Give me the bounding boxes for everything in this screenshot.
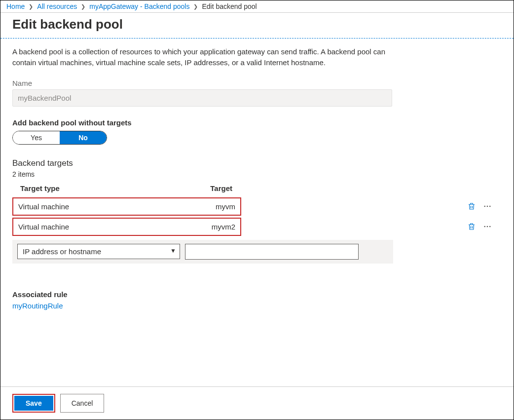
cell-target: myvm2 [180, 223, 235, 231]
description-text: A backend pool is a collection of resour… [12, 46, 387, 68]
backend-targets-label: Backend targets [12, 158, 502, 168]
associated-rule-label: Associated rule [12, 290, 502, 299]
trash-icon [467, 222, 476, 231]
delete-button[interactable] [466, 201, 477, 212]
save-highlight: Save [12, 394, 55, 413]
cell-target-type: Virtual machine [18, 223, 180, 231]
breadcrumb-gateway-pools[interactable]: myAppGateway - Backend pools [89, 2, 189, 10]
more-icon [483, 202, 492, 211]
page-title: Edit backend pool [0, 13, 514, 38]
svg-point-1 [487, 206, 488, 207]
chevron-right-icon: ❯ [29, 3, 33, 10]
name-input: myBackendPool [12, 89, 392, 107]
col-target-type: Target type [20, 184, 183, 192]
svg-point-4 [487, 226, 488, 228]
save-button[interactable]: Save [14, 396, 53, 411]
table-row: Virtual machine myvm [12, 197, 502, 216]
name-label: Name [12, 79, 502, 87]
breadcrumb-all-resources[interactable]: All resources [37, 2, 77, 10]
svg-point-5 [489, 226, 491, 228]
trash-icon [467, 202, 476, 211]
cell-target-type: Virtual machine [18, 202, 180, 211]
targets-header: Target type Target [12, 182, 502, 195]
target-type-select[interactable]: IP address or hostname ▼ [17, 244, 180, 259]
chevron-right-icon: ❯ [193, 3, 198, 10]
cancel-button[interactable]: Cancel [60, 394, 105, 413]
without-targets-toggle[interactable]: Yes No [12, 131, 107, 145]
more-button[interactable] [482, 221, 493, 232]
footer-bar: Save Cancel [0, 386, 514, 420]
associated-rule-link[interactable]: myRoutingRule [12, 302, 63, 310]
backend-targets-count: 2 items [12, 170, 502, 178]
toggle-yes[interactable]: Yes [13, 131, 60, 144]
col-target: Target [183, 184, 232, 192]
chevron-right-icon: ❯ [81, 3, 85, 10]
cell-target: myvm [180, 202, 235, 211]
target-type-select-value[interactable]: IP address or hostname [17, 244, 180, 259]
breadcrumb-current: Edit backend pool [202, 2, 257, 10]
breadcrumb: Home ❯ All resources ❯ myAppGateway - Ba… [0, 0, 514, 13]
svg-point-3 [484, 226, 485, 228]
new-target-row: IP address or hostname ▼ [12, 240, 393, 264]
toggle-no[interactable]: No [60, 131, 107, 144]
table-row: Virtual machine myvm2 [12, 218, 502, 236]
without-targets-label: Add backend pool without targets [12, 118, 502, 127]
more-icon [483, 222, 492, 231]
delete-button[interactable] [466, 221, 477, 232]
target-value-input[interactable] [185, 244, 359, 260]
svg-point-0 [484, 206, 485, 207]
more-button[interactable] [482, 201, 493, 212]
breadcrumb-home[interactable]: Home [6, 2, 25, 10]
svg-point-2 [489, 206, 491, 207]
